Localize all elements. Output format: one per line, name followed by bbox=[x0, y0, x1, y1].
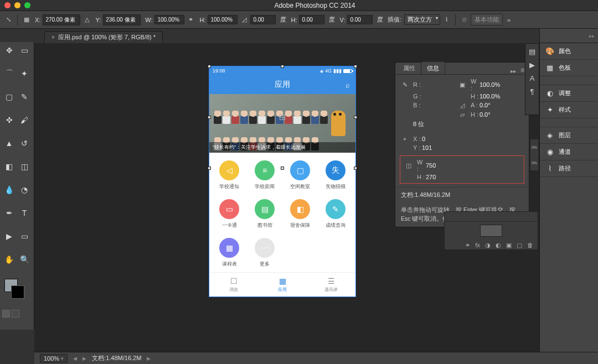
search-icon: ⌕ bbox=[346, 81, 350, 89]
zoom-level[interactable]: 100%▾ bbox=[40, 354, 68, 363]
reference-point-icon[interactable]: ▦ bbox=[22, 15, 30, 24]
x-field[interactable]: 270.00 像素 bbox=[43, 14, 80, 25]
history-brush-tool[interactable]: ↺ bbox=[18, 137, 32, 149]
y-label: Y: bbox=[95, 17, 101, 23]
warp-icon[interactable]: ⌇ bbox=[442, 15, 451, 24]
info-panel: 属性 信息 ▸▸ ≡ ✎ R : ▣ W :100.0% G : H :100.… bbox=[395, 62, 529, 227]
grid-item-1: ≡学校新闻 bbox=[247, 160, 282, 190]
char-panel-icon[interactable]: A bbox=[528, 74, 537, 82]
panel-styles[interactable]: ✦样式 bbox=[540, 102, 598, 118]
move-tool[interactable]: ✥ bbox=[2, 44, 16, 56]
contacts-icon: ☰ bbox=[328, 277, 335, 285]
vskew-field[interactable]: 0.00 bbox=[347, 15, 373, 24]
group-icon[interactable]: ▣ bbox=[506, 242, 512, 249]
panel-layers[interactable]: ◈图层 bbox=[540, 127, 598, 144]
grid-label: 成绩查询 bbox=[326, 222, 346, 229]
quick-mask[interactable] bbox=[2, 310, 32, 327]
link-layers-icon[interactable]: ⚭ bbox=[465, 242, 470, 249]
dodge-tool[interactable]: ◔ bbox=[18, 184, 32, 196]
chevron-left-icon[interactable]: ◀ bbox=[73, 356, 77, 361]
stamp-tool[interactable]: ▲ bbox=[2, 137, 16, 149]
adjustment-layer-icon[interactable]: ◐ bbox=[496, 242, 501, 249]
zoom-window[interactable] bbox=[24, 2, 30, 8]
delta-icon[interactable]: △ bbox=[83, 15, 91, 24]
path-select-tool[interactable]: ▶ bbox=[2, 230, 16, 242]
h-field[interactable]: 100.00% bbox=[208, 15, 238, 24]
grid-label: 一卡通 bbox=[222, 222, 237, 229]
y-field[interactable]: 236.00 像素 bbox=[103, 14, 141, 25]
para-panel-icon[interactable]: ¶ bbox=[528, 87, 537, 96]
panel-adjustments[interactable]: ◐调整 bbox=[540, 85, 598, 102]
info-tab[interactable]: 信息 bbox=[421, 61, 445, 74]
actions-panel-icon[interactable]: ▶ bbox=[528, 60, 537, 69]
app-title: Adobe Photoshop CC 2014 bbox=[36, 2, 594, 9]
status-menu-icon[interactable]: ▶ bbox=[147, 356, 151, 361]
magic-wand-tool[interactable]: ✦ bbox=[18, 67, 32, 80]
panel-collapse-icon[interactable]: ▸▸ bbox=[511, 68, 518, 74]
minimize-window[interactable] bbox=[14, 2, 20, 8]
gradient-tool[interactable]: ◫ bbox=[18, 160, 32, 173]
layers-icon: ◈ bbox=[545, 131, 554, 140]
grid-icon: ◁ bbox=[219, 160, 239, 180]
cancel-transform-icon[interactable]: ⊘ bbox=[460, 15, 468, 24]
panel-color[interactable]: 🎨颜色 bbox=[540, 43, 598, 60]
properties-tab[interactable]: 属性 bbox=[398, 62, 421, 74]
size-icon: ◫ bbox=[405, 162, 413, 169]
shape-tool[interactable]: ▭ bbox=[18, 230, 32, 242]
lasso-tool[interactable]: ⌒ bbox=[2, 67, 16, 80]
blur-tool[interactable]: 💧 bbox=[2, 184, 16, 196]
angle-field[interactable]: 0.00 bbox=[250, 15, 276, 24]
panel-channels[interactable]: ◉通道 bbox=[540, 144, 598, 160]
brush-tool[interactable]: 🖌 bbox=[18, 114, 32, 126]
highlighted-dimensions: ◫ W :750 H :270 bbox=[400, 155, 524, 184]
eyedropper-tool[interactable]: ✎ bbox=[18, 91, 32, 103]
document-artboard: 19:08 4G ▮▮▮ 应用 ⌕ “校长有约”：关注学生诉求，着眼长远发展 ◁… bbox=[209, 66, 355, 297]
grid-icon: ▦ bbox=[219, 238, 239, 258]
layer-fx-icon[interactable]: fx bbox=[475, 242, 480, 248]
workspace-menu-icon[interactable]: » bbox=[505, 15, 513, 24]
hskew-field[interactable]: 0.00 bbox=[299, 15, 324, 24]
interpolation-select[interactable]: 两次立方 bbox=[404, 14, 440, 25]
ws-prev-icon[interactable]: ▸▸ bbox=[589, 33, 595, 39]
panel-paths[interactable]: ⌇路径 bbox=[540, 160, 598, 177]
chevron-right-icon[interactable]: ▶ bbox=[83, 356, 86, 361]
type-tool[interactable]: T bbox=[18, 207, 32, 219]
crop-tool[interactable]: ▢ bbox=[2, 91, 16, 103]
hand-tool[interactable]: ✋ bbox=[2, 253, 16, 266]
color-swatches[interactable] bbox=[4, 279, 24, 299]
link-icon[interactable]: ⚭ bbox=[187, 15, 195, 24]
msg-icon: ☐ bbox=[230, 277, 238, 285]
transform-tool-icon[interactable]: ⤡ bbox=[4, 15, 13, 24]
grid-icon: ▢ bbox=[290, 160, 310, 180]
angle-icon: ◿ bbox=[240, 15, 248, 24]
grid-item-6: ◧宿舍保障 bbox=[282, 199, 318, 229]
history-panel-icon[interactable]: ▤ bbox=[528, 47, 537, 56]
grid-item-8: ▦课程表 bbox=[212, 238, 247, 268]
workspace-label[interactable]: 基本功能 bbox=[471, 14, 503, 25]
layer-mask-icon[interactable]: ◑ bbox=[485, 242, 491, 249]
collapsed-panel-strip: ▤ ▶ A ¶ bbox=[525, 43, 539, 115]
document-tab[interactable]: × 应用.psd @ 100% (矩形 7, RGB/8) * bbox=[44, 31, 163, 43]
zoom-tool[interactable]: 🔍 bbox=[18, 253, 32, 266]
banner-caption: “校长有约”：关注学生诉求，着眼长远发展 bbox=[209, 142, 355, 153]
delete-layer-icon[interactable]: 🗑 bbox=[527, 242, 533, 248]
apps-icon: ▦ bbox=[279, 277, 286, 285]
panel-swatches[interactable]: ▦色板 bbox=[540, 60, 598, 76]
eraser-tool[interactable]: ◧ bbox=[2, 160, 16, 173]
close-tab-icon[interactable]: × bbox=[51, 34, 55, 40]
healing-tool[interactable]: ✜ bbox=[2, 114, 16, 126]
w-field[interactable]: 100.00% bbox=[154, 15, 184, 24]
pen-tool[interactable]: ✒ bbox=[2, 207, 16, 219]
layer-thumb[interactable] bbox=[480, 225, 502, 237]
tab-messages: ☐消息 bbox=[209, 273, 258, 297]
background-swatch[interactable] bbox=[11, 285, 24, 299]
phone-tabbar: ☐消息 ▦应用 ☰通讯录 bbox=[209, 272, 355, 297]
grid-label: 图书馆 bbox=[257, 222, 272, 229]
grid-item-0: ◁学校通知 bbox=[212, 160, 247, 190]
marquee-tool[interactable]: ▭ bbox=[18, 44, 32, 56]
close-window[interactable] bbox=[4, 2, 11, 8]
paths-icon: ⌇ bbox=[545, 164, 554, 173]
new-layer-icon[interactable]: ▢ bbox=[517, 242, 522, 249]
layers-panel-footer: ⚭ fx ◑ ◐ ▣ ▢ 🗑 bbox=[444, 211, 538, 250]
tab-apps: ▦应用 bbox=[258, 273, 307, 297]
